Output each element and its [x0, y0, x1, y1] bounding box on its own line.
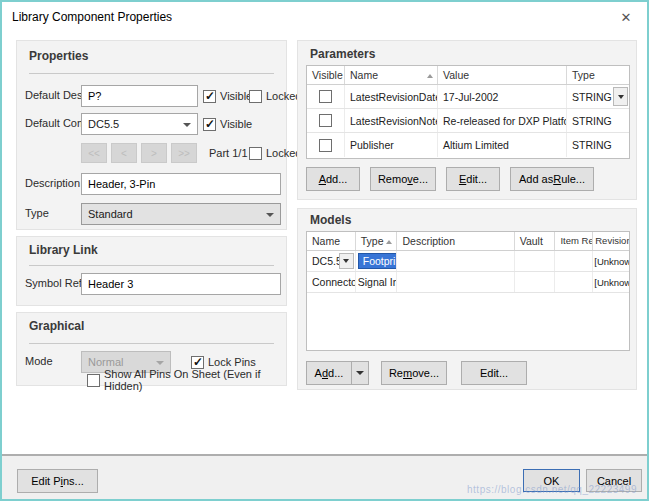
parameters-table: Visible Name Value Type LatestRevisionDa…: [306, 65, 630, 159]
model-vault-cell[interactable]: [515, 272, 556, 292]
name-cell[interactable]: Publisher: [345, 133, 438, 157]
parameter-row[interactable]: LatestRevisionDate 17-Jul-2002 STRING: [307, 85, 629, 109]
checkbox-icon[interactable]: [191, 356, 204, 369]
checkbox-icon[interactable]: [87, 374, 100, 387]
model-type-cell[interactable]: Signal Integrit: [356, 272, 398, 292]
mode-value: Normal: [88, 356, 123, 368]
next-part-button[interactable]: >: [141, 143, 167, 163]
footer-bar: Edit Pins... OK Cancel https://blog.csdn…: [2, 454, 647, 499]
value-cell[interactable]: Altium Limited: [438, 133, 567, 157]
models-edit-button[interactable]: Edit...: [461, 361, 527, 385]
edit-pins-button[interactable]: Edit Pins...: [17, 469, 98, 493]
visible-cell[interactable]: [307, 85, 345, 108]
type-cell[interactable]: STRING: [567, 133, 629, 157]
chevron-down-icon[interactable]: [183, 123, 191, 127]
mode-label: Mode: [25, 355, 53, 368]
last-part-button[interactable]: >>: [171, 143, 197, 163]
models-table: Name Type Description Vault Item Revisi.…: [306, 231, 630, 351]
checkbox-icon[interactable]: [319, 114, 332, 127]
properties-title: Properties: [29, 49, 88, 63]
type-value: Standard: [88, 208, 133, 220]
column-header-value[interactable]: Value: [438, 66, 567, 84]
model-description-cell[interactable]: [397, 251, 514, 271]
checkbox-icon[interactable]: [203, 90, 216, 103]
type-cell[interactable]: STRING: [567, 109, 629, 132]
model-name-cell[interactable]: Connector: [307, 272, 356, 292]
description-input[interactable]: Header, 3-Pin: [81, 173, 281, 195]
type-combo[interactable]: Standard: [81, 203, 281, 225]
value-cell[interactable]: Re-released for DXP Platform.: [438, 109, 567, 132]
model-description-cell[interactable]: [397, 272, 514, 292]
prev-part-button[interactable]: <: [111, 143, 137, 163]
visible-cell[interactable]: [307, 109, 345, 132]
checkbox-icon[interactable]: [249, 147, 262, 160]
close-icon[interactable]: ✕: [617, 8, 635, 26]
column-header-name-label: Name: [350, 69, 378, 81]
selected-type-value[interactable]: Footprint: [358, 253, 398, 269]
parameters-edit-button[interactable]: Edit...: [446, 167, 500, 191]
dropdown-arrow-icon[interactable]: [339, 253, 354, 269]
model-item-revision-cell[interactable]: [555, 272, 593, 292]
add-as-rule-button[interactable]: Add as Rule...: [510, 167, 594, 191]
parameters-remove-button[interactable]: Remove...: [370, 167, 436, 191]
parameters-table-header: Visible Name Value Type: [307, 66, 629, 85]
chevron-down-icon[interactable]: [266, 213, 274, 217]
dropdown-arrow-icon[interactable]: [613, 87, 628, 106]
checkbox-icon[interactable]: [249, 90, 262, 103]
column-header-vault[interactable]: Vault: [515, 232, 556, 250]
library-component-properties-dialog: Library Component Properties ✕ Propertie…: [0, 0, 649, 501]
model-name-cell[interactable]: DC5.5: [307, 251, 356, 271]
properties-panel: Properties Default Designator P? Visible…: [16, 40, 287, 230]
visible-cell[interactable]: [307, 133, 345, 157]
column-header-visible[interactable]: Visible: [307, 66, 345, 84]
model-type-cell[interactable]: Footprint: [356, 251, 398, 271]
library-link-title: Library Link: [29, 243, 98, 257]
checkbox-icon[interactable]: [319, 139, 332, 152]
model-row[interactable]: Connector Signal Integrit [Unknown]: [307, 272, 629, 293]
type-cell[interactable]: STRING: [567, 85, 629, 108]
value-cell[interactable]: 17-Jul-2002: [438, 85, 567, 108]
first-part-button[interactable]: <<: [81, 143, 107, 163]
models-add-button[interactable]: Add...: [306, 361, 352, 385]
name-cell[interactable]: LatestRevisionNote: [345, 109, 438, 132]
show-all-pins-checkbox[interactable]: Show All Pins On Sheet (Even if Hidden): [87, 373, 286, 387]
checkbox-icon[interactable]: [203, 118, 216, 131]
designator-visible-checkbox[interactable]: Visible: [203, 89, 252, 103]
comment-visible-checkbox[interactable]: Visible: [203, 117, 252, 131]
model-revision-status-cell[interactable]: [Unknown]: [593, 251, 629, 271]
column-header-description[interactable]: Description: [397, 232, 514, 250]
parameters-add-button[interactable]: Add...: [306, 167, 360, 191]
parameter-row[interactable]: LatestRevisionNote Re-released for DXP P…: [307, 109, 629, 133]
models-remove-button[interactable]: Remove...: [381, 361, 447, 385]
parameters-panel: Parameters Visible Name Value Type Lates…: [297, 40, 637, 200]
default-comment-combo[interactable]: DC5.5: [81, 113, 198, 135]
model-revision-status-cell[interactable]: [Unknown]: [593, 272, 629, 292]
watermark: https://blog.csdn.net/qq_22223499: [467, 484, 637, 495]
graphical-title: Graphical: [29, 319, 84, 333]
model-row[interactable]: DC5.5 Footprint [Unknown]: [307, 251, 629, 272]
column-header-name[interactable]: Name: [307, 232, 356, 250]
column-header-name[interactable]: Name: [345, 66, 438, 84]
designator-locked-checkbox[interactable]: Locked: [249, 89, 301, 103]
checkbox-icon[interactable]: [319, 90, 332, 103]
column-header-item-revision[interactable]: Item Revisi...: [555, 232, 593, 250]
sort-ascending-icon: [427, 74, 433, 78]
name-cell[interactable]: LatestRevisionDate: [345, 85, 438, 108]
models-add-dropdown-button[interactable]: [351, 361, 369, 385]
model-vault-cell[interactable]: [515, 251, 556, 271]
model-item-revision-cell[interactable]: [555, 251, 593, 271]
default-comment-value: DC5.5: [88, 118, 119, 130]
column-header-revision-status[interactable]: Revision St...: [593, 232, 629, 250]
lock-pins-checkbox[interactable]: Lock Pins: [191, 355, 256, 369]
chevron-down-icon: [156, 361, 164, 365]
default-designator-input[interactable]: P?: [81, 85, 198, 107]
parameters-title: Parameters: [310, 47, 375, 61]
comment-visible-label: Visible: [220, 118, 252, 130]
part-locked-checkbox[interactable]: Locked: [249, 146, 301, 160]
column-header-type-label: Type: [361, 235, 384, 247]
column-header-type[interactable]: Type: [356, 232, 398, 250]
parameter-row[interactable]: Publisher Altium Limited STRING: [307, 133, 629, 157]
models-panel: Models Name Type Description Vault Item …: [297, 208, 637, 390]
symbol-reference-input[interactable]: Header 3: [81, 273, 281, 295]
column-header-type[interactable]: Type: [567, 66, 629, 84]
